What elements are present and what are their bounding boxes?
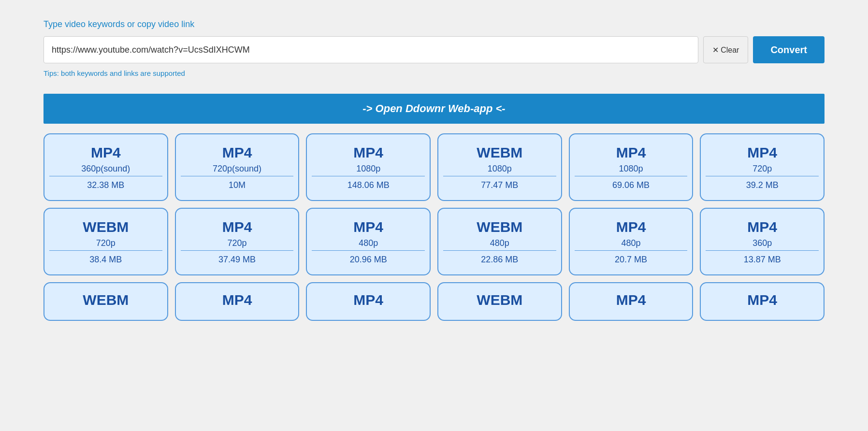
search-label: Type video keywords or copy video link: [43, 19, 825, 29]
format-size: 38.4 MB: [89, 255, 122, 265]
convert-button[interactable]: Convert: [753, 36, 825, 63]
format-card[interactable]: MP4720p39.2 MB: [700, 133, 825, 201]
format-type: MP4: [747, 219, 777, 235]
format-card[interactable]: MP4: [175, 282, 300, 321]
format-card[interactable]: MP4: [700, 282, 825, 321]
format-size: 69.06 MB: [612, 180, 650, 190]
format-quality: 1080p: [443, 164, 556, 176]
format-grid-row2: WEBM720p38.4 MBMP4720p37.49 MBMP4480p20.…: [43, 208, 825, 275]
format-size: 39.2 MB: [746, 180, 779, 190]
format-card[interactable]: MP4360p13.87 MB: [700, 208, 825, 275]
format-quality: 720p: [706, 164, 819, 176]
format-grid-row1: MP4360p(sound)32.38 MBMP4720p(sound)10MM…: [43, 133, 825, 201]
banner[interactable]: -> Open Ddownr Web-app <-: [43, 94, 825, 124]
format-card[interactable]: MP41080p148.06 MB: [306, 133, 431, 201]
format-card[interactable]: MP4360p(sound)32.38 MB: [43, 133, 168, 201]
format-size: 13.87 MB: [744, 255, 781, 265]
format-type: MP4: [616, 219, 646, 235]
url-input[interactable]: [43, 36, 698, 63]
format-quality: 360p: [706, 238, 819, 251]
format-card[interactable]: MP4: [306, 282, 431, 321]
format-type: WEBM: [477, 219, 522, 235]
page-wrapper: Type video keywords or copy video link ✕…: [0, 0, 868, 337]
format-card[interactable]: WEBM: [437, 282, 562, 321]
format-type: MP4: [91, 144, 121, 161]
format-size: 10M: [229, 180, 246, 190]
format-type: MP4: [747, 292, 777, 308]
input-row: ✕ Clear Convert: [43, 36, 825, 63]
format-card[interactable]: WEBM1080p77.47 MB: [437, 133, 562, 201]
format-card[interactable]: WEBM720p38.4 MB: [43, 208, 168, 275]
format-card[interactable]: MP41080p69.06 MB: [569, 133, 694, 201]
format-card[interactable]: WEBM: [43, 282, 168, 321]
format-quality: 480p: [443, 238, 556, 251]
format-grid-row3: WEBMMP4MP4WEBMMP4MP4: [43, 282, 825, 321]
format-card[interactable]: MP4720p(sound)10M: [175, 133, 300, 201]
format-type: MP4: [747, 144, 777, 161]
format-card[interactable]: MP4480p20.7 MB: [569, 208, 694, 275]
format-card[interactable]: MP4720p37.49 MB: [175, 208, 300, 275]
format-type: MP4: [616, 144, 646, 161]
format-type: MP4: [222, 144, 252, 161]
format-type: MP4: [353, 144, 383, 161]
format-quality: 480p: [312, 238, 425, 251]
format-type: MP4: [222, 219, 252, 235]
format-type: MP4: [222, 292, 252, 308]
tips-text: Tips: both keywords and links are suppor…: [43, 69, 825, 77]
format-quality: 360p(sound): [49, 164, 162, 176]
format-size: 22.86 MB: [481, 255, 518, 265]
format-card[interactable]: MP4: [569, 282, 694, 321]
format-quality: 720p(sound): [181, 164, 294, 176]
format-type: WEBM: [83, 219, 129, 235]
format-type: MP4: [353, 219, 383, 235]
format-quality: 480p: [575, 238, 688, 251]
format-size: 37.49 MB: [218, 255, 256, 265]
format-quality: 1080p: [312, 164, 425, 176]
format-size: 32.38 MB: [87, 180, 124, 190]
format-quality: 720p: [49, 238, 162, 251]
format-card[interactable]: MP4480p20.96 MB: [306, 208, 431, 275]
format-size: 77.47 MB: [481, 180, 518, 190]
format-card[interactable]: WEBM480p22.86 MB: [437, 208, 562, 275]
format-quality: 720p: [181, 238, 294, 251]
format-type: MP4: [353, 292, 383, 308]
format-type: WEBM: [477, 292, 522, 308]
format-size: 20.7 MB: [615, 255, 647, 265]
format-size: 20.96 MB: [350, 255, 387, 265]
format-size: 148.06 MB: [347, 180, 390, 190]
format-type: MP4: [616, 292, 646, 308]
format-quality: 1080p: [575, 164, 688, 176]
format-type: WEBM: [477, 144, 522, 161]
clear-button[interactable]: ✕ Clear: [703, 36, 749, 63]
format-type: WEBM: [83, 292, 129, 308]
top-section: Type video keywords or copy video link ✕…: [43, 10, 825, 85]
